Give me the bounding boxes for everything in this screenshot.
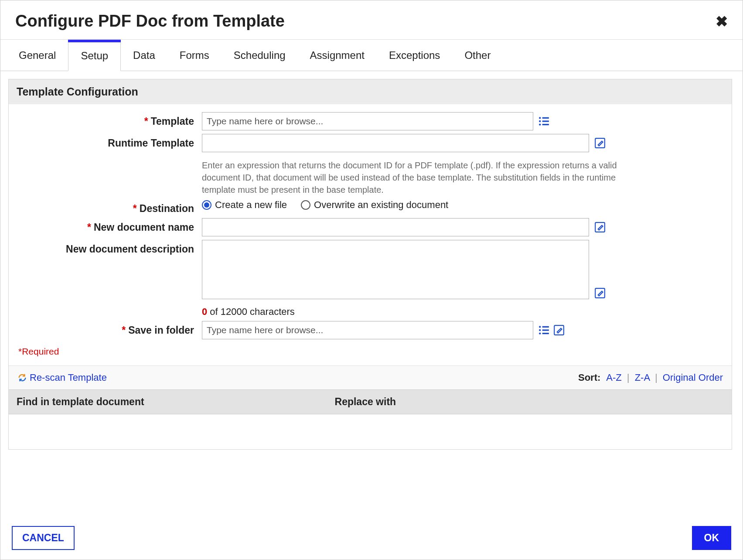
label-folder-text: Save in folder: [128, 324, 194, 336]
rescan-label: Re-scan Template: [30, 372, 107, 383]
radio-create-label: Create a new file: [215, 199, 287, 211]
edit-expression-icon[interactable]: [593, 137, 607, 149]
label-newdoc-text: New document name: [94, 222, 194, 233]
tab-setup[interactable]: Setup: [68, 40, 121, 71]
label-template: *Template: [17, 112, 202, 127]
svg-point-4: [539, 123, 541, 125]
svg-point-9: [539, 326, 541, 328]
runtime-help-text: Enter an expression that returns the doc…: [202, 159, 620, 196]
radio-create-new[interactable]: Create a new file: [202, 199, 287, 211]
tab-assignment[interactable]: Assignment: [298, 40, 377, 71]
grid-header: Find in template document Replace with: [9, 389, 732, 414]
dialog: Configure PDF Doc from Template ✖ Genera…: [0, 0, 743, 560]
section-body: *Template Runtime Template: [9, 104, 732, 365]
radio-overwrite-label: Overwrite an existing document: [314, 199, 448, 211]
edit-expression-icon[interactable]: [593, 287, 607, 299]
edit-expression-icon[interactable]: [593, 221, 607, 233]
section-title: Template Configuration: [9, 79, 732, 104]
cancel-button[interactable]: CANCEL: [12, 526, 75, 550]
sort-label: Sort:: [578, 372, 600, 383]
dialog-footer: CANCEL OK: [0, 519, 743, 560]
label-destination-text: Destination: [140, 203, 194, 214]
tab-other[interactable]: Other: [452, 40, 503, 71]
scroll-pane[interactable]: Template Configuration *Template Runtime…: [8, 71, 732, 513]
runtime-template-input[interactable]: [202, 134, 589, 152]
template-config-section: Template Configuration *Template Runtime…: [8, 79, 732, 450]
sort-box: Sort: A-Z | Z-A | Original Order: [578, 372, 723, 383]
rescan-template-link[interactable]: Re-scan Template: [17, 372, 107, 383]
ok-button[interactable]: OK: [692, 526, 732, 550]
refresh-icon: [17, 373, 27, 382]
row-folder: *Save in folder: [17, 321, 724, 339]
label-destination: *Destination: [17, 199, 202, 215]
tab-bar: General Setup Data Forms Scheduling Assi…: [0, 40, 743, 71]
sort-za-link[interactable]: Z-A: [635, 372, 650, 383]
body-area: Template Configuration *Template Runtime…: [0, 71, 743, 519]
svg-point-13: [539, 332, 541, 334]
divider: |: [655, 372, 658, 383]
row-destination: *Destination Create a new file Overwrite…: [17, 199, 724, 215]
grid-col-find: Find in template document: [9, 390, 327, 414]
char-counter: 0 of 12000 characters: [202, 306, 295, 318]
template-input[interactable]: [202, 112, 533, 130]
label-runtime: Runtime Template: [17, 134, 202, 149]
svg-point-11: [539, 329, 541, 331]
tab-data[interactable]: Data: [121, 40, 167, 71]
radio-overwrite[interactable]: Overwrite an existing document: [301, 199, 448, 211]
description-textarea[interactable]: [202, 240, 589, 299]
char-count-value: 0: [202, 306, 207, 317]
svg-point-0: [539, 117, 541, 119]
close-icon[interactable]: ✖: [716, 14, 728, 29]
sort-original-link[interactable]: Original Order: [663, 372, 723, 383]
sort-az-link[interactable]: A-Z: [606, 372, 621, 383]
dialog-header: Configure PDF Doc from Template ✖: [0, 0, 743, 39]
label-folder: *Save in folder: [17, 321, 202, 336]
tab-scheduling[interactable]: Scheduling: [222, 40, 298, 71]
tab-exceptions[interactable]: Exceptions: [377, 40, 452, 71]
newdoc-name-input[interactable]: [202, 218, 589, 236]
edit-expression-icon[interactable]: [552, 324, 566, 336]
row-runtime: Runtime Template Enter an expression tha…: [17, 134, 724, 196]
toolbar-row: Re-scan Template Sort: A-Z | Z-A | Origi…: [9, 365, 732, 389]
divider: |: [627, 372, 630, 383]
tab-forms[interactable]: Forms: [167, 40, 222, 71]
browse-list-icon[interactable]: [538, 115, 551, 127]
svg-point-2: [539, 120, 541, 122]
label-description: New document description: [17, 240, 202, 255]
browse-list-icon[interactable]: [538, 324, 551, 336]
char-count-rest: of 12000 characters: [207, 306, 295, 317]
row-template: *Template: [17, 112, 724, 130]
row-description: New document description 0 of 12000 char…: [17, 240, 724, 318]
grid-col-replace: Replace with: [327, 390, 732, 414]
tab-general[interactable]: General: [7, 40, 68, 71]
row-newdoc-name: *New document name: [17, 218, 724, 236]
label-newdoc: *New document name: [17, 218, 202, 233]
dialog-title: Configure PDF Doc from Template: [15, 12, 285, 31]
label-template-text: Template: [151, 116, 194, 127]
grid-body-empty: [9, 414, 732, 449]
folder-input[interactable]: [202, 321, 533, 339]
required-note: *Required: [17, 343, 724, 359]
